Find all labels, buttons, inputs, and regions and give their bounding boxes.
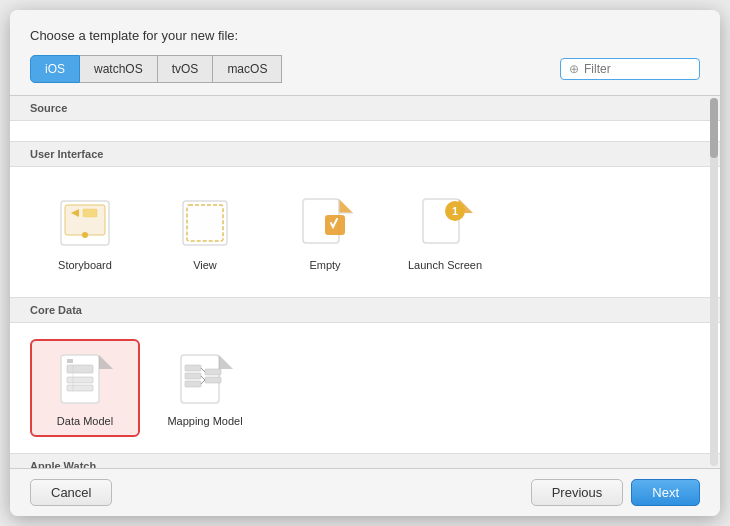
cancel-button[interactable]: Cancel — [30, 479, 112, 506]
template-item-data-model[interactable]: Data Model — [30, 339, 140, 437]
tab-watchos[interactable]: watchOS — [80, 55, 158, 83]
data-model-label: Data Model — [57, 415, 113, 427]
svg-rect-22 — [185, 365, 201, 371]
svg-rect-3 — [83, 209, 97, 217]
svg-rect-17 — [67, 377, 93, 383]
svg-rect-26 — [205, 377, 221, 383]
mapping-model-label: Mapping Model — [167, 415, 242, 427]
svg-rect-25 — [205, 369, 221, 375]
svg-rect-15 — [67, 365, 93, 373]
empty-icon — [295, 193, 355, 253]
svg-marker-7 — [339, 199, 353, 213]
launch-screen-label: Launch Screen — [408, 259, 482, 271]
dialog-footer: Cancel Previous Next — [10, 469, 720, 516]
section-apple-watch: Apple Watch — [10, 453, 720, 469]
section-user-interface: User Interface — [10, 141, 720, 167]
filter-box: ⊕ — [560, 58, 700, 80]
tab-bar: iOS watchOS tvOS macOS ⊕ — [30, 55, 700, 83]
svg-text:1: 1 — [452, 205, 458, 217]
template-item-mapping-model[interactable]: Mapping Model — [150, 339, 260, 437]
template-item-storyboard[interactable]: Storyboard — [30, 183, 140, 281]
view-icon — [175, 193, 235, 253]
storyboard-label: Storyboard — [58, 259, 112, 271]
launch-icon: 1 — [415, 193, 475, 253]
source-items — [10, 121, 720, 141]
scrollbar-thumb[interactable] — [710, 98, 718, 158]
svg-rect-16 — [67, 359, 73, 363]
svg-marker-21 — [219, 355, 233, 369]
core-data-items: Data Model — [10, 323, 720, 453]
empty-label: Empty — [309, 259, 340, 271]
storyboard-icon — [55, 193, 115, 253]
svg-rect-18 — [67, 385, 93, 391]
footer-right: Previous Next — [531, 479, 700, 506]
next-button[interactable]: Next — [631, 479, 700, 506]
tab-tvos[interactable]: tvOS — [158, 55, 214, 83]
mapping-model-icon — [175, 349, 235, 409]
previous-button[interactable]: Previous — [531, 479, 624, 506]
dialog-title: Choose a template for your new file: — [30, 28, 700, 43]
svg-rect-5 — [187, 205, 223, 241]
view-label: View — [193, 259, 217, 271]
filter-icon: ⊕ — [569, 62, 579, 76]
template-item-launch-screen[interactable]: 1 Launch Screen — [390, 183, 500, 281]
svg-point-2 — [82, 232, 88, 238]
template-item-view[interactable]: View — [150, 183, 260, 281]
svg-rect-23 — [185, 373, 201, 379]
data-model-icon — [55, 349, 115, 409]
section-core-data: Core Data — [10, 297, 720, 323]
filter-input[interactable] — [584, 62, 691, 76]
section-source: Source — [10, 96, 720, 121]
user-interface-items: Storyboard View — [10, 167, 720, 297]
svg-marker-14 — [99, 355, 113, 369]
scrollbar[interactable] — [710, 98, 718, 466]
template-dialog: Choose a template for your new file: iOS… — [10, 10, 720, 516]
content-area: Source User Interface Storyboard — [10, 95, 720, 469]
dialog-header: Choose a template for your new file: iOS… — [10, 10, 720, 95]
tab-ios[interactable]: iOS — [30, 55, 80, 83]
template-item-empty[interactable]: Empty — [270, 183, 380, 281]
svg-rect-24 — [185, 381, 201, 387]
tab-macos[interactable]: macOS — [213, 55, 282, 83]
